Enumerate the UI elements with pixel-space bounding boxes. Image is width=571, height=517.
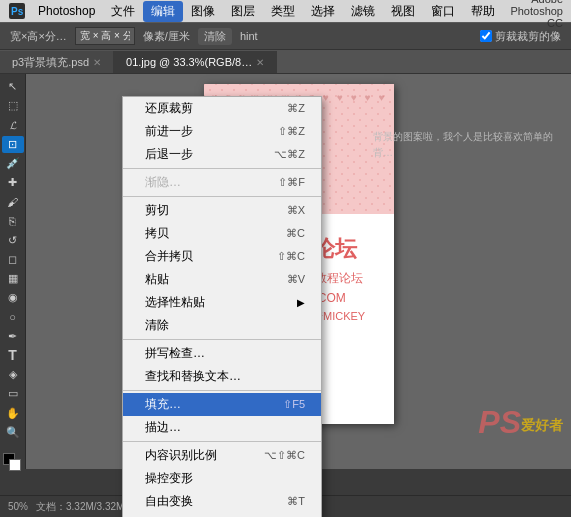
app-logo: Ps <box>8 2 26 20</box>
menu-layer[interactable]: 图层 <box>223 1 263 22</box>
menu-clear[interactable]: 清除 <box>123 314 321 337</box>
menu-spell-check[interactable]: 拼写检查… <box>123 342 321 365</box>
toolbar-hint: hint <box>236 28 262 44</box>
brush-tool[interactable]: 🖌 <box>2 193 24 210</box>
document-tabs: p3背景填充.psd ✕ 01.jpg @ 33.3%(RGB/8… ✕ <box>0 50 571 74</box>
menu-sep-2 <box>123 196 321 197</box>
heal-tool[interactable]: ✚ <box>2 174 24 191</box>
main-layout: ↖ ⬚ 𝓛 ⊡ 💉 ✚ 🖌 ⎘ ↺ ◻ ▦ ◉ ○ ✒ T ◈ ▭ ✋ 🔍 ♥ <box>0 74 571 469</box>
menu-type[interactable]: 类型 <box>263 1 303 22</box>
menu-view[interactable]: 视图 <box>383 1 423 22</box>
toolbar-dimensions: 宽×高×分… <box>6 27 71 46</box>
menu-puppet-warp[interactable]: 操控变形 <box>123 467 321 490</box>
toolbar-checkbox-label: 剪裁裁剪的像 <box>476 27 565 46</box>
menu-cut[interactable]: 剪切 ⌘X <box>123 199 321 222</box>
menu-sep-4 <box>123 390 321 391</box>
shape-tool[interactable]: ▭ <box>2 385 24 402</box>
doc-info: 文档：3.32M/3.32M <box>36 500 124 514</box>
menu-sep-1 <box>123 168 321 169</box>
menu-image[interactable]: 图像 <box>183 1 223 22</box>
menu-copy[interactable]: 拷贝 ⌘C <box>123 222 321 245</box>
menu-free-transform[interactable]: 自由变换 ⌘T <box>123 490 321 513</box>
tab-close-icon2[interactable]: ✕ <box>256 57 264 68</box>
menu-find-replace[interactable]: 查找和替换文本… <box>123 365 321 388</box>
pen-tool[interactable]: ✒ <box>2 328 24 345</box>
path-tool[interactable]: ◈ <box>2 366 24 383</box>
menu-paste-special[interactable]: 选择性粘贴 ▶ <box>123 291 321 314</box>
menu-edit[interactable]: 编辑 <box>143 1 183 22</box>
menu-filter[interactable]: 滤镜 <box>343 1 383 22</box>
toolbar-dim-label: 宽×高×分… <box>10 29 67 44</box>
tab-01jpg-label: 01.jpg @ 33.3%(RGB/8… <box>126 56 252 68</box>
crop-checkbox[interactable] <box>480 30 492 42</box>
move-tool[interactable]: ↖ <box>2 78 24 95</box>
tools-panel: ↖ ⬚ 𝓛 ⊡ 💉 ✚ 🖌 ⎘ ↺ ◻ ▦ ◉ ○ ✒ T ◈ ▭ ✋ 🔍 <box>0 74 26 469</box>
eraser-tool[interactable]: ◻ <box>2 251 24 268</box>
tab-01jpg[interactable]: 01.jpg @ 33.3%(RGB/8… ✕ <box>114 51 277 73</box>
clone-tool[interactable]: ⎘ <box>2 212 24 229</box>
zoom-tool[interactable]: 🔍 <box>2 424 24 441</box>
menu-content-aware-scale[interactable]: 内容识别比例 ⌥⇧⌘C <box>123 444 321 467</box>
menu-transform[interactable]: 变换 ▶ <box>123 513 321 517</box>
dodge-tool[interactable]: ○ <box>2 308 24 325</box>
lasso-tool[interactable]: 𝓛 <box>2 116 24 133</box>
tab-p3[interactable]: p3背景填充.psd ✕ <box>0 51 114 73</box>
menu-step-forward[interactable]: 前进一步 ⇧⌘Z <box>123 120 321 143</box>
tab-close-icon[interactable]: ✕ <box>93 57 101 68</box>
marquee-tool[interactable]: ⬚ <box>2 97 24 114</box>
menu-paste[interactable]: 粘贴 ⌘V <box>123 268 321 291</box>
eyedropper-tool[interactable]: 💉 <box>2 155 24 172</box>
crop-tool[interactable]: ⊡ <box>2 136 24 153</box>
menu-photoshop[interactable]: Photoshop <box>30 2 103 20</box>
menu-window[interactable]: 窗口 <box>423 1 463 22</box>
menu-bar: Ps Photoshop 文件 编辑 图像 图层 类型 选择 滤镜 视图 窗口 … <box>0 0 571 22</box>
menu-select[interactable]: 选择 <box>303 1 343 22</box>
svg-text:Ps: Ps <box>11 6 24 17</box>
menu-sep-3 <box>123 339 321 340</box>
history-tool[interactable]: ↺ <box>2 232 24 249</box>
menu-file[interactable]: 文件 <box>103 1 143 22</box>
gradient-tool[interactable]: ▦ <box>2 270 24 287</box>
edit-menu-dropdown[interactable]: 还原裁剪 ⌘Z 前进一步 ⇧⌘Z 后退一步 ⌥⌘Z 渐隐… ⇧⌘F 剪切 ⌘X <box>122 96 322 517</box>
menu-fill[interactable]: 填充… ⇧F5 <box>123 393 321 416</box>
toolbar-width-input[interactable] <box>75 27 135 45</box>
app-title: Adobe Photoshop CC <box>503 0 563 29</box>
type-tool[interactable]: T <box>2 347 24 364</box>
ps-watermark: PS爱好者 <box>478 404 563 441</box>
options-toolbar: 宽×高×分… 像素/厘米 清除 hint 剪裁裁剪的像 <box>0 22 571 50</box>
menu-sep-5 <box>123 441 321 442</box>
menu-fade: 渐隐… ⇧⌘F <box>123 171 321 194</box>
menu-stroke[interactable]: 描边… <box>123 416 321 439</box>
menu-undo[interactable]: 还原裁剪 ⌘Z <box>123 97 321 120</box>
toolbar-unit: 像素/厘米 <box>139 27 194 46</box>
zoom-level: 50% <box>8 501 28 512</box>
hand-tool[interactable]: ✋ <box>2 404 24 421</box>
canvas-right-info: 背景的图案啦，我个人是比较喜欢简单的背… <box>373 129 563 161</box>
blur-tool[interactable]: ◉ <box>2 289 24 306</box>
menu-copy-merged[interactable]: 合并拷贝 ⇧⌘C <box>123 245 321 268</box>
menu-step-backward[interactable]: 后退一步 ⌥⌘Z <box>123 143 321 166</box>
tab-p3-label: p3背景填充.psd <box>12 55 89 70</box>
fg-bg-color[interactable] <box>3 453 23 468</box>
menu-help[interactable]: 帮助 <box>463 1 503 22</box>
toolbar-clear-btn[interactable]: 清除 <box>198 28 232 45</box>
